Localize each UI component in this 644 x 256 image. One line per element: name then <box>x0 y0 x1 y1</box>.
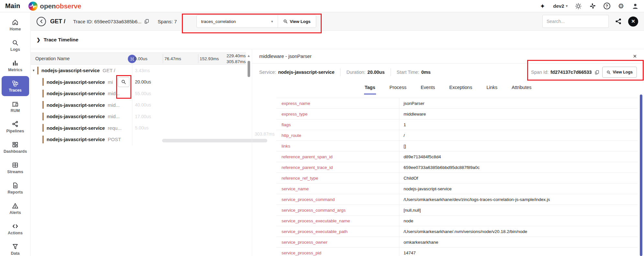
sidebar-item-label: Streams <box>7 170 23 174</box>
ai-sparkle-icon[interactable]: ✦ <box>539 3 546 10</box>
service-name: nodejs-javascript-service <box>47 114 105 119</box>
org-selector[interactable]: dev2 ▾ <box>553 3 568 9</box>
span-info-row: Service: nodejs-javascript-service Durat… <box>252 63 644 81</box>
tag-value: omkarkesarkhane <box>399 240 438 245</box>
sidebar-item-rum[interactable]: RUM <box>2 96 29 117</box>
tag-row: service_process_pid14747 <box>276 248 638 256</box>
pipelines-icon <box>12 121 19 128</box>
tag-row: express_namejsonParser <box>276 98 638 109</box>
span-details-header: middleware - jsonParser ✕ <box>252 49 644 63</box>
tag-row: http_route/ <box>276 130 638 141</box>
tag-row: reference_parent_span_idd89e713484f5c8d4 <box>276 151 638 162</box>
tab-links[interactable]: Links <box>486 81 498 95</box>
settings-gear-icon[interactable]: ⚙ <box>617 3 625 10</box>
span-duration: 20.00us <box>135 79 151 84</box>
service-name: nodejs-javascript-service <box>47 102 105 108</box>
span-row[interactable]: nodejs-javascript-servicerequ...5.00us <box>31 122 246 134</box>
span-title: middleware - jsonParser <box>259 53 312 59</box>
span-row[interactable]: nodejs-javascript-servicemid...40.00us <box>31 99 246 111</box>
tag-value: /Users/omkarkesarkhane/.nvm/versions/nod… <box>399 229 527 234</box>
tab-tags[interactable]: Tags <box>364 81 376 95</box>
span-row[interactable]: nodejs-javascript-servicemid...17.00us <box>31 111 246 122</box>
theme-toggle-icon[interactable] <box>575 3 582 10</box>
sidebar-item-label: Data <box>11 251 19 256</box>
sidebar-item-pipelines[interactable]: Pipelines <box>2 117 29 137</box>
tab-exceptions[interactable]: Exceptions <box>449 81 473 95</box>
sidebar-item-label: Home <box>10 27 21 31</box>
tab-attributes[interactable]: Attributes <box>511 81 532 95</box>
span-name-cell: nodejs-javascript-servicerequ... <box>31 124 132 132</box>
sidebar-item-alerts[interactable]: Alerts <box>2 198 29 218</box>
details-scrollbar-thumb[interactable] <box>640 95 642 256</box>
operation-name: POST <box>108 137 121 142</box>
search-input[interactable] <box>542 15 609 28</box>
span-search-button[interactable] <box>118 77 129 87</box>
span-row[interactable]: nodejs-javascript-servicemi20.00us <box>31 76 246 88</box>
span-view-logs-button[interactable]: View Logs <box>602 67 637 78</box>
sidebar-item-label: Pipelines <box>6 129 24 133</box>
tag-key: service_process_command <box>276 194 399 205</box>
close-trace-button[interactable]: ✕ <box>628 17 638 27</box>
view-logs-button[interactable]: View Logs <box>278 15 316 28</box>
scroll-up-icon[interactable]: ▲ <box>247 54 250 58</box>
tag-value: [] <box>399 144 406 149</box>
scrollbar-thumb[interactable] <box>248 61 250 77</box>
tag-value: jsonParser <box>399 101 425 106</box>
trace-timeline-section-toggle[interactable]: ❯ Trace Timeline <box>31 31 644 49</box>
span-duration: 55.00us <box>135 91 151 96</box>
slack-icon[interactable] <box>589 3 596 10</box>
span-row[interactable]: ▾nodejs-javascript-serviceGET /3.43ms <box>31 65 246 76</box>
tab-process[interactable]: Process <box>389 81 407 95</box>
sidebar-item-reports[interactable]: Reports <box>2 178 29 198</box>
streams-icon <box>12 161 19 169</box>
openobserve-trace-page: Main openobserve ✦ dev2 ▾ ? ⚙ <box>0 0 644 256</box>
sidebar-item-logs[interactable]: Logs <box>2 35 29 55</box>
share-icon[interactable] <box>615 18 622 25</box>
openobserve-logo-icon <box>28 2 38 11</box>
tick-label-stack: 229.40ms 305.87ms <box>227 53 246 65</box>
span-details-panel: middleware - jsonParser ✕ Service: nodej… <box>252 49 644 256</box>
sidebar-item-streams[interactable]: Streams <box>2 158 29 178</box>
profile-icon[interactable] <box>632 3 639 10</box>
tag-key: service_process_executable_name <box>276 216 399 226</box>
tag-row: service_namenodejs-javascript-service <box>276 184 638 194</box>
trace-content: Operation Name 0.00us 76.47ms 152.93ms 2… <box>31 49 644 256</box>
tag-key: service_name <box>276 184 399 194</box>
close-details-icon[interactable]: ✕ <box>633 53 637 59</box>
tag-key: reference_ref_type <box>276 173 399 183</box>
help-icon[interactable]: ? <box>603 3 610 10</box>
sidebar-item-data[interactable]: Data <box>2 239 29 256</box>
tab-events[interactable]: Events <box>420 81 436 95</box>
span-name-cell: nodejs-javascript-serviceGET / <box>31 67 132 74</box>
sidebar-item-label: Alerts <box>9 210 21 215</box>
sidebar-item-dashboards[interactable]: Dashboards <box>2 137 29 157</box>
stream-select[interactable]: traces_correlation ▾ <box>197 15 278 28</box>
span-row[interactable]: nodejs-javascript-servicemid...55.00us <box>31 88 246 99</box>
topbar-actions: ✦ dev2 ▾ ? ⚙ <box>539 3 639 10</box>
tick-label: 0.00us <box>134 53 148 64</box>
span-row[interactable]: nodejs-javascript-servicePOST <box>31 134 246 145</box>
span-name-cell: nodejs-javascript-servicemid... <box>31 101 132 109</box>
rum-icon <box>12 100 19 107</box>
sidebar-item-label: Logs <box>10 47 20 52</box>
span-name-cell: nodejs-javascript-servicePOST <box>31 136 132 143</box>
service-name: nodejs-javascript-service <box>41 68 100 73</box>
copy-span-id-icon[interactable] <box>594 70 599 75</box>
sidebar-item-label: Traces <box>9 88 22 93</box>
service-color-bar <box>42 136 44 143</box>
trace-method-title: GET / <box>50 18 65 25</box>
sidebar-item-actions[interactable]: Actions <box>2 219 29 239</box>
chevron-down-icon[interactable]: ▾ <box>33 68 35 72</box>
tag-key: service_process_executable_path <box>276 226 399 237</box>
sidebar-item-metrics[interactable]: Metrics <box>2 56 29 76</box>
copy-trace-id-icon[interactable] <box>144 19 149 24</box>
tag-value: /Users/omkarkesarkhane/dev/zinc/logs-tra… <box>399 197 550 202</box>
service-name: nodejs-javascript-service <box>47 79 105 85</box>
tag-key: links <box>276 141 399 151</box>
sidebar-item-traces[interactable]: Traces <box>2 76 29 96</box>
chevron-down-icon: ▾ <box>566 4 568 8</box>
tag-row: service_process_executable_path/Users/om… <box>276 226 638 237</box>
sidebar-item-home[interactable]: Home <box>2 15 29 35</box>
back-button[interactable] <box>37 17 46 26</box>
stream-viewlogs-group: traces_correlation ▾ View Logs <box>196 15 316 28</box>
